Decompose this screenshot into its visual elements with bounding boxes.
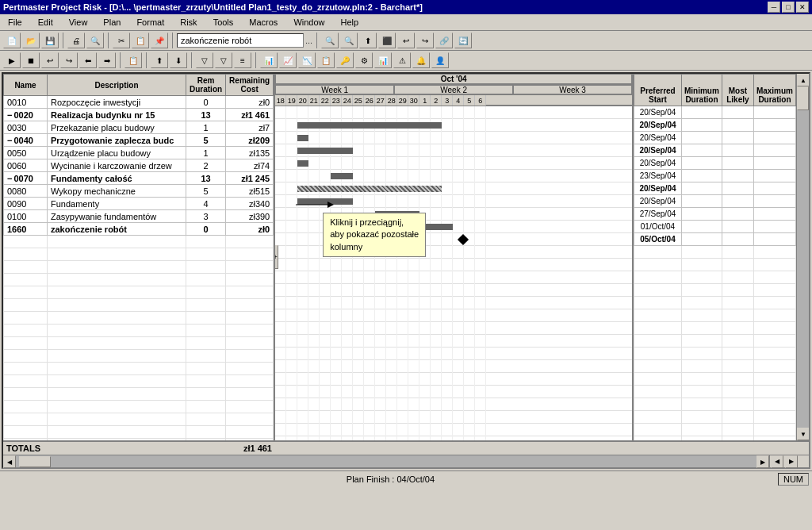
- tb2-btn5[interactable]: ⬅: [79, 52, 97, 68]
- scroll-track[interactable]: [797, 86, 809, 428]
- gantt-empty-row: [275, 386, 632, 398]
- empty-row: [4, 248, 274, 261]
- menu-format[interactable]: Format: [132, 16, 169, 29]
- nav-button-2[interactable]: ⬛: [378, 33, 396, 48]
- table-row: 0050Urządzenie placu budowy1zł135: [4, 147, 274, 159]
- right-empty-row: [634, 297, 795, 309]
- tb2-btn7[interactable]: 📋: [124, 52, 142, 68]
- gantt-empty-row: [275, 348, 632, 360]
- search-dots: ...: [305, 36, 312, 45]
- redo-button[interactable]: ↪: [416, 33, 434, 48]
- tb2-btn1[interactable]: ▶: [3, 52, 21, 68]
- empty-row: [4, 261, 274, 274]
- gantt-row: [275, 132, 632, 144]
- tooltip-box: Kliknij i przeciągnij, aby pokazać pozos…: [323, 213, 426, 257]
- tb2-btn4[interactable]: ↪: [60, 52, 78, 68]
- vertical-scrollbar[interactable]: ▲ ▼: [796, 74, 809, 440]
- menu-help[interactable]: Help: [336, 16, 364, 29]
- hscroll-thumb[interactable]: [19, 456, 51, 467]
- tb2-btn19[interactable]: 👤: [431, 52, 449, 68]
- tb2-btn14[interactable]: 🔑: [336, 52, 354, 68]
- right-empty-row: [634, 424, 795, 436]
- table-row: 0060Wycinanie i karczowanie drzew2zł74: [4, 159, 274, 172]
- tb2-btn3[interactable]: ↩: [41, 52, 59, 68]
- separator-3: [172, 33, 173, 48]
- link-button[interactable]: 🔗: [435, 33, 453, 48]
- horizontal-scrollbar-area: ◀ ▶ ◀ ▶: [3, 455, 809, 467]
- tb2-btn15[interactable]: ⚙: [355, 52, 373, 68]
- separator-6: [146, 52, 147, 68]
- cut-button[interactable]: ✂: [113, 33, 130, 48]
- table-row: 1660zakończenie robót0zł0: [4, 223, 274, 236]
- tb2-btn18[interactable]: 🔔: [412, 52, 430, 68]
- tb2-btn8[interactable]: ⬆: [151, 52, 168, 68]
- gantt-bar: [297, 160, 308, 167]
- drag-handle[interactable]: +: [275, 245, 278, 269]
- tb2-btn2[interactable]: ⏹: [22, 52, 40, 68]
- menu-macros[interactable]: Macros: [244, 16, 282, 29]
- tb2-btn12[interactable]: 📉: [298, 52, 316, 68]
- gantt-empty-row: [275, 373, 632, 386]
- minimize-button[interactable]: ─: [768, 2, 780, 13]
- hscroll-btn2[interactable]: ◀: [771, 455, 783, 468]
- filter-btn[interactable]: ▽: [196, 52, 213, 68]
- new-button[interactable]: 📄: [3, 33, 21, 48]
- print-preview-button[interactable]: 🔍: [86, 33, 104, 48]
- hscroll-right-button[interactable]: ▶: [756, 455, 769, 468]
- gantt-empty-row: [275, 360, 632, 373]
- zoom-in-button[interactable]: 🔍: [340, 33, 358, 48]
- menu-risk[interactable]: Risk: [175, 16, 201, 29]
- open-button[interactable]: 📂: [22, 33, 40, 48]
- gantt-month-label: Oct '04: [275, 74, 632, 84]
- refresh-button[interactable]: 🔄: [454, 33, 472, 48]
- tb2-btn9[interactable]: ⬇: [170, 52, 187, 68]
- gantt-row: [275, 119, 632, 132]
- copy-button[interactable]: 📋: [132, 33, 149, 48]
- menu-view[interactable]: View: [64, 16, 93, 29]
- right-table-row: 05/Oct/04: [634, 233, 795, 246]
- sort-btn[interactable]: ≡: [234, 52, 251, 68]
- hscroll-track[interactable]: [16, 455, 756, 467]
- gantt-empty-row: [275, 309, 632, 322]
- scroll-down-button[interactable]: ▼: [797, 428, 809, 440]
- scroll-up-button[interactable]: ▲: [797, 74, 809, 86]
- toolbar-1: 📄 📂 💾 🖨 🔍 ✂ 📋 📌 zakończenie robót ... 🔍 …: [0, 31, 812, 51]
- filter-btn2[interactable]: ▽: [215, 52, 232, 68]
- tb2-btn17[interactable]: ⚠: [393, 52, 411, 68]
- zoom-out-button[interactable]: 🔍: [321, 33, 339, 48]
- table-row: 0100Zasypywanie fundamentów3zł390: [4, 210, 274, 223]
- menu-window[interactable]: Window: [289, 16, 329, 29]
- search-input[interactable]: zakończenie robót: [177, 33, 304, 48]
- empty-row: [4, 299, 274, 312]
- tb2-btn11[interactable]: 📈: [279, 52, 297, 68]
- tb2-btn6[interactable]: ➡: [98, 52, 116, 68]
- right-empty-row: [634, 309, 795, 322]
- scroll-thumb[interactable]: [797, 86, 809, 110]
- gantt-header: Oct '04 Week 1 Week 2 Week 3 18192021222…: [275, 74, 632, 106]
- gantt-days-row: 18192021222324252627282930123456: [275, 95, 632, 106]
- menu-tools[interactable]: Tools: [209, 16, 239, 29]
- menu-file[interactable]: File: [3, 16, 27, 29]
- tb2-btn10[interactable]: 📊: [260, 52, 278, 68]
- gantt-bar: [297, 148, 353, 154]
- right-table-row: 01/Oct/04: [634, 221, 795, 233]
- paste-button[interactable]: 📌: [151, 33, 168, 48]
- empty-row: [4, 350, 274, 363]
- right-empty-row: [634, 322, 795, 335]
- toolbar-2: ▶ ⏹ ↩ ↪ ⬅ ➡ 📋 ⬆ ⬇ ▽ ▽ ≡ 📊 📈 📉 📋 🔑 ⚙ 📊 ⚠ …: [0, 51, 812, 71]
- table-row: −0020Realizacja budynku nr 1513zł1 461: [4, 109, 274, 121]
- save-button[interactable]: 💾: [41, 33, 59, 48]
- tb2-btn13[interactable]: 📋: [317, 52, 335, 68]
- gantt-bar: [331, 173, 353, 179]
- hscroll-btn3[interactable]: ▶: [785, 455, 798, 468]
- close-button[interactable]: ✕: [796, 2, 809, 13]
- undo-button[interactable]: ↩: [397, 33, 415, 48]
- print-button[interactable]: 🖨: [67, 33, 85, 48]
- tb2-btn16[interactable]: 📊: [374, 52, 392, 68]
- maximize-button[interactable]: □: [782, 2, 795, 13]
- nav-button[interactable]: ⬆: [359, 33, 377, 48]
- menu-edit[interactable]: Edit: [33, 16, 58, 29]
- gantt-empty-row: [275, 271, 632, 284]
- menu-plan[interactable]: Plan: [98, 16, 125, 29]
- hscroll-left-button[interactable]: ◀: [3, 455, 16, 468]
